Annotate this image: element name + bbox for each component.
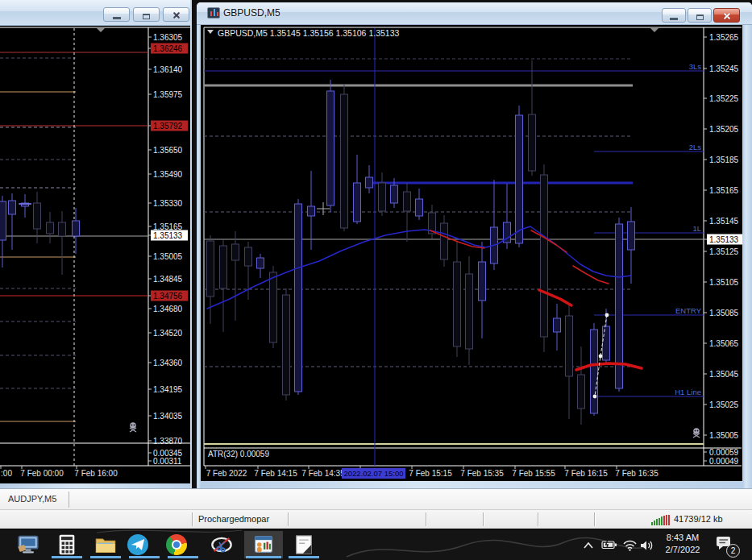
clock-time: 8:43 AM	[659, 532, 706, 544]
clock-date: 2/7/2022	[659, 544, 706, 556]
price-label: 1.35005	[153, 252, 183, 261]
taskbar-telegram-button[interactable]	[127, 531, 161, 558]
taskbar-metatrader-button[interactable]	[244, 531, 283, 558]
status-separator	[426, 512, 426, 526]
candle-body	[578, 375, 585, 409]
candle-body	[0, 201, 6, 240]
time-label: 7 Feb 15:35	[460, 469, 504, 478]
left-window-right-frame	[190, 0, 192, 488]
skull-icon	[695, 430, 696, 432]
calculator-icon	[56, 533, 78, 556]
taskbar-clock[interactable]: 8:43 AM 2/7/2022	[659, 532, 706, 556]
price-label: 1.35490	[153, 170, 183, 179]
left-maximize-button[interactable]	[133, 7, 160, 22]
price-label: 0.00059	[709, 448, 739, 457]
time-label: 7 Feb 14:15	[254, 469, 297, 478]
notification-badge[interactable]: 2	[726, 544, 740, 558]
price-label: 1.35650	[153, 146, 183, 155]
candle-body	[341, 94, 348, 228]
left-close-button[interactable]	[163, 7, 189, 22]
candle-body	[554, 318, 561, 332]
status-separator	[192, 512, 193, 526]
price-label: 1.35065	[709, 339, 739, 348]
price-label: 1.35225	[709, 94, 739, 103]
skull-icon	[697, 430, 699, 432]
restore-icon	[696, 15, 704, 20]
battery-icon[interactable]	[601, 539, 618, 551]
main-restore-button[interactable]	[688, 8, 712, 23]
audjpy-chart-canvas[interactable]: 1.363051.362461.361401.359751.357921.356…	[0, 26, 192, 483]
taskbar-computer-button[interactable]	[11, 531, 45, 558]
window-title: GBPUSD,M5	[223, 7, 280, 19]
time-label: 7 Feb 16:00	[74, 469, 118, 478]
main-minimize-button[interactable]	[662, 8, 686, 23]
main-close-button[interactable]	[713, 8, 740, 23]
price-label: 0.00311	[153, 457, 182, 466]
time-label: 7 Feb 16:35	[615, 469, 659, 478]
taskbar-active-underline	[168, 556, 198, 558]
maximize-icon	[143, 14, 150, 19]
wifi-icon[interactable]	[622, 540, 638, 551]
price-label: 1.35165	[153, 222, 183, 231]
candle-body	[416, 199, 423, 216]
main-window-titlebar[interactable]: GBPUSD,M5	[197, 2, 752, 25]
price-label: 1.36305	[153, 33, 183, 42]
taskbar-calculator-button[interactable]	[50, 531, 84, 558]
candle-body	[404, 192, 411, 211]
chrome-icon	[166, 534, 187, 555]
candle-body	[245, 247, 252, 266]
left-window-titlebar[interactable]	[0, 0, 192, 26]
level-label: 2Ls	[689, 143, 702, 151]
price-label: 1.34195	[153, 385, 183, 394]
zigzag-dot	[593, 395, 597, 399]
candle-body	[47, 222, 54, 234]
price-label: 1.35005	[709, 431, 739, 440]
price-label: 1.35330	[153, 199, 183, 208]
tab-audjpy-m5[interactable]: AUDJPY,M5	[8, 494, 56, 504]
file-explorer-icon	[94, 533, 117, 556]
main-window-left-frame	[197, 25, 201, 488]
price-label: 1.35133	[709, 235, 739, 244]
red-ma-line	[531, 230, 567, 252]
time-label: 7 Feb 2022	[206, 469, 247, 478]
left-chart-window: 1.363051.362461.361401.359751.357921.356…	[0, 0, 192, 488]
taskbar-active-underline	[246, 556, 281, 558]
taskbar-chrome-button[interactable]	[166, 531, 200, 558]
skull-icon	[134, 425, 135, 426]
status-separator	[594, 512, 595, 526]
candle-body	[479, 262, 486, 301]
scroll-marker-icon	[97, 28, 105, 32]
tray-chevron-up-icon[interactable]	[583, 541, 596, 550]
status-account-name: Prochargedmopar	[198, 514, 269, 524]
candle-body	[73, 221, 80, 236]
price-label: 1.35125	[709, 247, 739, 256]
computer-icon	[17, 533, 39, 556]
taskbar-file-explorer-button[interactable]	[89, 531, 123, 558]
taskbar-notepad-button[interactable]	[287, 531, 321, 558]
left-minimize-button[interactable]	[103, 7, 130, 22]
price-label: 1.35792	[153, 122, 183, 131]
gbpusd-chart-canvas[interactable]: 1.352651.352451.352251.352051.351851.351…	[201, 25, 742, 481]
windows-taskbar: 8:43 AM 2/7/2022	[0, 529, 752, 560]
chart-ohlc-header: GBPUSD,M5 1.35145 1.35156 1.35106 1.3513…	[218, 28, 399, 38]
close-icon	[722, 11, 732, 21]
candle-body	[441, 223, 448, 259]
tab-separator	[69, 492, 69, 508]
level-label: 1L	[692, 224, 701, 233]
minimize-icon	[670, 18, 678, 20]
price-label: 1.35145	[709, 217, 739, 226]
price-label: 1.35265	[709, 33, 739, 42]
chart-window-icon	[207, 7, 220, 19]
candle-body	[454, 262, 461, 346]
main-window-bottom-frame	[201, 481, 742, 488]
volume-icon[interactable]	[640, 540, 654, 551]
candle-body	[270, 272, 277, 342]
level-label: 3Ls	[689, 62, 702, 71]
candle-body	[603, 326, 610, 360]
time-label: 7 Feb 16:15	[564, 469, 608, 478]
taskbar-snipping-tool-button[interactable]	[205, 531, 239, 558]
desktop-screen: 1.363051.362461.361401.359751.357921.356…	[0, 0, 752, 560]
skull-icon	[693, 428, 700, 434]
price-label: 1.35975	[153, 90, 183, 99]
price-label: 1.35133	[153, 231, 183, 240]
